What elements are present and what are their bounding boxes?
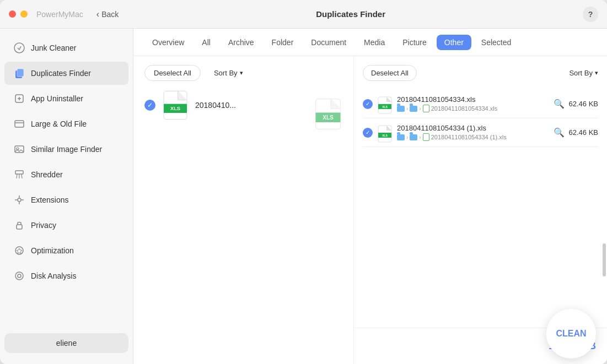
app-window: PowerMyMac ‹ Back Duplicates Finder ? Ju… <box>0 0 607 364</box>
detail-deselect-all-button[interactable]: Deselect All <box>363 65 417 81</box>
scrollbar-thumb[interactable] <box>603 243 606 276</box>
help-button[interactable]: ? <box>583 7 598 22</box>
sidebar-item-privacy[interactable]: Privacy <box>4 214 128 237</box>
detail-panel: Deselect All Sort By ▾ ✓ <box>353 56 607 364</box>
clean-button[interactable]: CLEAN <box>546 309 596 358</box>
traffic-lights <box>9 10 28 18</box>
sidebar-item-disk-analysis[interactable]: Disk Analysis <box>4 264 128 287</box>
junk-cleaner-icon <box>13 42 25 54</box>
file-icon: XLS <box>162 90 189 121</box>
extensions-icon <box>13 194 25 206</box>
optimization-label: Optimization <box>31 246 74 255</box>
svg-text:XLS: XLS <box>382 105 388 108</box>
detail-file-info-1: 20180411081054334.xls › › 20180411081054… <box>397 95 549 112</box>
detail-sort-by[interactable]: Sort By ▾ <box>569 69 598 77</box>
shredder-icon <box>13 169 25 181</box>
detail-file-size-1: 62.46 KB <box>569 100 599 108</box>
user-button[interactable]: eliene <box>4 333 128 353</box>
similar-image-label: Similar Image Finder <box>31 145 102 154</box>
duplicates-finder-label: Duplicates Finder <box>31 69 91 78</box>
duplicates-finder-icon <box>13 67 25 79</box>
path-folder-icon-2 <box>397 134 405 140</box>
svg-rect-9 <box>17 225 22 229</box>
tab-document[interactable]: Document <box>303 35 354 50</box>
detail-file-check-1[interactable]: ✓ <box>363 99 373 109</box>
privacy-icon <box>13 219 25 231</box>
detail-file-check-2[interactable]: ✓ <box>363 128 373 138</box>
detail-file-row: ✓ XLS 20180411081054334.xls <box>363 90 598 118</box>
detail-file-path-1: › › 20180411081054334.xls <box>397 105 549 112</box>
tab-folder[interactable]: Folder <box>264 35 302 50</box>
user-label: eliene <box>56 339 77 347</box>
path-xls-icon-2 <box>423 133 429 141</box>
back-chevron-icon: ‹ <box>96 9 99 19</box>
sidebar-item-shredder[interactable]: Shredder <box>4 163 128 186</box>
detail-file-icon-1: XLS <box>377 96 393 112</box>
content-area: Overview All Archive Folder Document Med… <box>133 29 607 364</box>
tab-all[interactable]: All <box>194 35 218 50</box>
bottom-bar: 124.93 KB CLEAN <box>354 328 607 364</box>
window-title: Duplicates Finder <box>316 9 385 19</box>
disk-analysis-label: Disk Analysis <box>31 271 76 280</box>
path-folder-icon-2b <box>410 134 417 140</box>
file-preview-icon: XLS <box>314 97 342 133</box>
main-layout: Junk Cleaner Duplicates Finder <box>0 29 607 364</box>
svg-point-0 <box>14 43 24 53</box>
tab-picture[interactable]: Picture <box>395 35 434 50</box>
scrollbar-track <box>603 89 606 328</box>
sidebar-item-large-old-file[interactable]: Large & Old File <box>4 112 128 135</box>
minimize-button[interactable] <box>20 10 28 18</box>
tab-selected[interactable]: Selected <box>474 35 519 50</box>
detail-file-path-2: › › 20180411081054334 (1).xls <box>397 133 549 141</box>
back-button[interactable]: ‹ Back <box>96 9 119 19</box>
sidebar-item-similar-image[interactable]: Similar Image Finder <box>4 138 128 161</box>
svg-point-6 <box>17 148 19 150</box>
sort-by-dropdown[interactable]: Sort By ▾ <box>214 69 243 77</box>
shredder-label: Shredder <box>31 170 63 179</box>
sidebar-item-extensions[interactable]: Extensions <box>4 188 128 211</box>
content-body: Deselect All Sort By ▾ ✓ <box>133 56 607 364</box>
optimization-icon <box>13 245 25 257</box>
tab-archive[interactable]: Archive <box>221 35 262 50</box>
detail-top-controls: Deselect All Sort By ▾ <box>363 65 598 81</box>
search-icon-2[interactable]: 🔍 <box>554 127 565 138</box>
sidebar-item-optimization[interactable]: Optimization <box>4 239 128 262</box>
detail-file-name-1: 20180411081054334.xls <box>397 95 549 104</box>
disk-analysis-icon <box>13 270 25 282</box>
privacy-label: Privacy <box>31 221 56 230</box>
detail-file-icon-2: XLS <box>377 125 393 140</box>
deselect-all-button[interactable]: Deselect All <box>144 65 201 81</box>
app-uninstaller-icon <box>13 93 25 105</box>
file-check-icon[interactable]: ✓ <box>144 100 155 111</box>
detail-sort-chevron-icon: ▾ <box>595 69 598 77</box>
path-xls-icon <box>423 105 429 112</box>
back-label: Back <box>101 10 119 19</box>
tab-media[interactable]: Media <box>356 35 393 50</box>
svg-text:XLS: XLS <box>170 106 180 111</box>
svg-text:XLS: XLS <box>382 134 388 137</box>
app-uninstaller-label: App Uninstaller <box>31 94 83 103</box>
sidebar-item-app-uninstaller[interactable]: App Uninstaller <box>4 87 128 110</box>
svg-text:XLS: XLS <box>323 115 334 121</box>
tab-overview[interactable]: Overview <box>144 35 192 50</box>
large-old-file-label: Large & Old File <box>31 119 87 128</box>
sidebar: Junk Cleaner Duplicates Finder <box>0 29 133 364</box>
path-folder-icon <box>410 106 417 112</box>
detail-file-size-2: 62.46 KB <box>569 128 599 137</box>
large-old-file-icon <box>13 118 25 130</box>
sidebar-item-junk-cleaner[interactable]: Junk Cleaner <box>4 36 128 59</box>
tab-other[interactable]: Other <box>437 35 471 50</box>
sidebar-item-duplicates-finder[interactable]: Duplicates Finder <box>4 62 128 85</box>
search-icon-1[interactable]: 🔍 <box>554 99 565 109</box>
app-name: PowerMyMac <box>36 10 83 19</box>
similar-image-icon <box>13 143 25 155</box>
svg-rect-2 <box>17 69 24 77</box>
extensions-label: Extensions <box>31 195 68 204</box>
svg-rect-4 <box>15 121 24 127</box>
path-folder-icon <box>397 106 405 112</box>
titlebar: PowerMyMac ‹ Back Duplicates Finder ? <box>0 0 607 29</box>
detail-file-info-2: 20180411081054334 (1).xls › › 2018041108… <box>397 124 549 141</box>
close-button[interactable] <box>9 10 16 18</box>
sort-by-chevron-icon: ▾ <box>240 69 243 77</box>
detail-file-name-2: 20180411081054334 (1).xls <box>397 124 549 132</box>
